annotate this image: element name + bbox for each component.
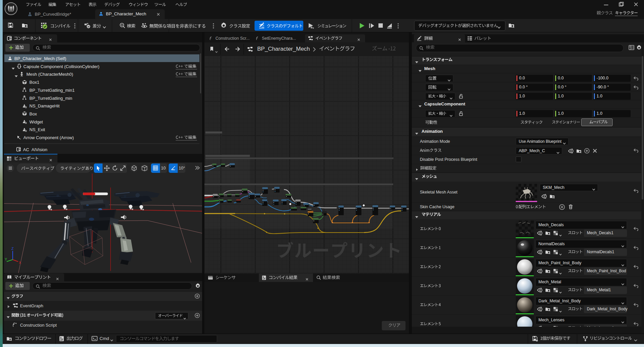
svg-text:Z: Z (11, 247, 14, 251)
svg-text:Y: Y (5, 257, 7, 261)
svg-text:X: X (19, 261, 21, 265)
